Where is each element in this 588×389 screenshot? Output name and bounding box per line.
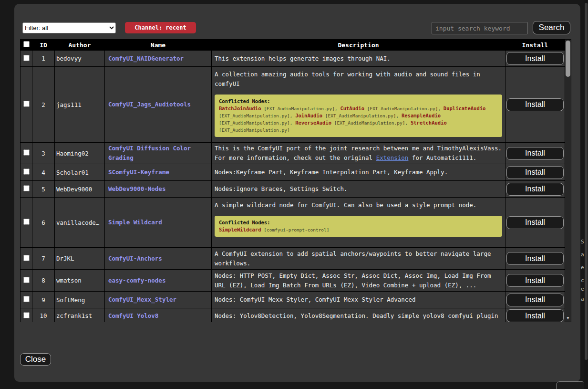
- scroll-down-arrow-icon[interactable]: ▼: [565, 316, 571, 320]
- install-button[interactable]: Install: [506, 216, 564, 229]
- table-scrollbar-thumb[interactable]: [566, 41, 570, 77]
- table-row: 8 wmatson easy-comfy-nodes Nodes: HTTP P…: [21, 270, 565, 292]
- header-description: Description: [212, 40, 505, 51]
- table-row: 3 Haoming02 ComfyUI Diffusion Color Grad…: [21, 143, 565, 164]
- filter-dropdown[interactable]: Filter: all: [22, 22, 116, 33]
- row-description: Nodes:Keyframe Part, Keyframe Interpolat…: [212, 164, 505, 181]
- row-author: Haoming02: [55, 143, 105, 164]
- table-header-row: ID Author Name Description Install: [21, 40, 565, 51]
- install-button[interactable]: Install: [506, 274, 564, 287]
- row-author: vanillacode…: [55, 198, 105, 248]
- install-button[interactable]: Install: [506, 166, 564, 179]
- occluded-text-fragment: e: [581, 286, 584, 292]
- row-extension-name: easy-comfy-nodes: [105, 270, 212, 292]
- install-button[interactable]: Install: [506, 183, 564, 196]
- row-extension-name: ComfyUI_Mexx_Styler: [105, 292, 212, 308]
- row-extension-name: ComfyUI_NAIDGenerator: [105, 51, 212, 67]
- table-row: 2 jags111 ComfyUI_Jags_Audiotools A coll…: [21, 67, 565, 143]
- occluded-button[interactable]: [556, 381, 586, 389]
- install-button[interactable]: Install: [506, 309, 564, 322]
- row-select-checkbox[interactable]: [23, 185, 30, 191]
- row-description: This is the ComfyUI port of the joint re…: [212, 143, 505, 164]
- row-extension-name: ComfyUI_Jags_Audiotools: [105, 67, 212, 143]
- close-button[interactable]: Close: [20, 353, 51, 366]
- extensions-table: ID Author Name Description Install 1 bed…: [20, 39, 565, 322]
- table-row: 7 DrJKL ComfyUI-Anchors A ComfyUI extens…: [21, 248, 565, 270]
- search-input[interactable]: [432, 22, 528, 34]
- row-id: 5: [32, 181, 55, 198]
- header-install: Install: [505, 40, 565, 51]
- header-checkbox-cell: [21, 40, 32, 51]
- table-row: 6 vanillacode… Simple Wildcard A simple …: [21, 198, 565, 248]
- row-extension-name: ComfyUI-Anchors: [105, 248, 212, 270]
- occluded-text-fragment: a: [581, 296, 584, 302]
- row-select-checkbox[interactable]: [23, 255, 30, 261]
- occluded-text-fragment: a: [581, 252, 584, 258]
- row-description: Nodes: HTTP POST, Empty Dict, Assoc Str,…: [212, 270, 505, 292]
- channel-badge: Channel: recent: [125, 22, 196, 33]
- row-select-checkbox[interactable]: [23, 55, 30, 61]
- row-id: 10: [32, 308, 55, 323]
- row-id: 3: [32, 143, 55, 164]
- table-row: 5 WebDev9000 WebDev9000-Nodes Nodes:Igno…: [21, 181, 565, 198]
- row-id: 1: [32, 51, 55, 67]
- conflict-warning-box: Conflicted Nodes: SimpleWildcard [comfyu…: [215, 216, 502, 237]
- row-select-checkbox[interactable]: [23, 101, 30, 107]
- row-description: Nodes:Ignore Braces, Settings Switch.: [212, 181, 505, 198]
- row-extension-name: Simple Wildcard: [105, 198, 212, 248]
- table-scrollbar[interactable]: ▼: [565, 39, 571, 322]
- row-author: zcfrank1st: [55, 308, 105, 323]
- row-id: 9: [32, 292, 55, 308]
- install-button[interactable]: Install: [506, 294, 564, 306]
- row-description: A ComfyUI extension to add spatial ancho…: [212, 248, 505, 270]
- occluded-text-fragment: e: [581, 264, 584, 271]
- row-id: 2: [32, 67, 55, 143]
- row-author: jags111: [55, 67, 105, 143]
- install-button[interactable]: Install: [506, 52, 564, 65]
- install-button[interactable]: Install: [506, 147, 564, 160]
- row-select-checkbox[interactable]: [23, 149, 30, 156]
- row-author: WebDev9000: [55, 181, 105, 198]
- row-select-checkbox[interactable]: [23, 219, 30, 225]
- table-row: 9 SoftMeng ComfyUI_Mexx_Styler Nodes: Co…: [21, 292, 565, 308]
- install-button[interactable]: Install: [506, 98, 564, 111]
- row-extension-name: ComfyUI Diffusion Color Grading: [105, 143, 212, 164]
- row-id: 8: [32, 270, 55, 292]
- extension-link[interactable]: Extension: [376, 154, 409, 161]
- row-description: A collection amazing audio tools for wor…: [215, 70, 502, 89]
- row-extension-name: ComfyUI Yolov8: [105, 308, 212, 323]
- row-author: Scholar01: [55, 164, 105, 181]
- select-all-checkbox[interactable]: [23, 41, 30, 47]
- row-author: bedovyy: [55, 51, 105, 67]
- row-author: wmatson: [55, 270, 105, 292]
- conflict-warning-box: Conflicted Nodes: BatchJoinAudio [EXT_Au…: [215, 95, 502, 137]
- row-select-checkbox[interactable]: [23, 296, 30, 302]
- row-select-checkbox[interactable]: [23, 312, 30, 318]
- search-button[interactable]: Search: [533, 21, 570, 34]
- occluded-text-fragment: c: [581, 277, 584, 284]
- page-scrollbar[interactable]: [584, 0, 588, 389]
- row-id: 4: [32, 164, 55, 181]
- row-description: Nodes: Yolov8Detection, Yolov8Segmentati…: [212, 308, 505, 323]
- header-author: Author: [55, 40, 105, 51]
- custom-nodes-dialog: Filter: all Channel: recent Search ID Au…: [14, 4, 580, 382]
- row-author: SoftMeng: [55, 292, 105, 308]
- row-description: This extension helps generate images thr…: [212, 51, 505, 67]
- header-id: ID: [32, 40, 55, 51]
- table-row: 1 bedovyy ComfyUI_NAIDGenerator This ext…: [21, 51, 565, 67]
- row-extension-name: SComfyUI-Keyframe: [105, 164, 212, 181]
- row-author: DrJKL: [55, 248, 105, 270]
- row-id: 7: [32, 248, 55, 270]
- row-select-checkbox[interactable]: [23, 168, 30, 175]
- occluded-text-fragment: S: [581, 239, 584, 245]
- conflict-label: Conflicted Nodes:: [219, 219, 498, 226]
- page-scrollbar-thumb[interactable]: [585, 3, 588, 360]
- row-extension-name: WebDev9000-Nodes: [105, 181, 212, 198]
- row-id: 6: [32, 198, 55, 248]
- table-row: 4 Scholar01 SComfyUI-Keyframe Nodes:Keyf…: [21, 164, 565, 181]
- row-select-checkbox[interactable]: [23, 277, 30, 283]
- table-row: 10 zcfrank1st ComfyUI Yolov8 Nodes: Yolo…: [21, 308, 565, 323]
- row-description: Nodes: ComfyUI Mexx Styler, ComfyUI Mexx…: [212, 292, 505, 308]
- header-name: Name: [105, 40, 212, 51]
- install-button[interactable]: Install: [506, 252, 564, 265]
